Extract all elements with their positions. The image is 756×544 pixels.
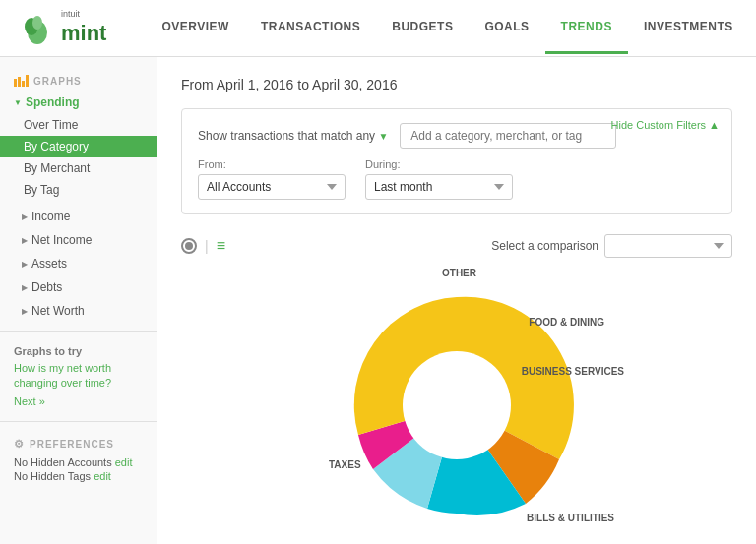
filter-match-label: Show transactions that match any ▼ bbox=[198, 129, 388, 143]
from-filter-group: From: All Accounts bbox=[198, 158, 346, 200]
sidebar-item-debts[interactable]: ▶ Debts bbox=[0, 275, 157, 299]
chart-separator: | bbox=[205, 238, 209, 254]
spending-arrow-icon: ▼ bbox=[14, 98, 22, 107]
comparison-select[interactable] bbox=[604, 234, 732, 258]
gear-icon: ⚙ bbox=[14, 438, 25, 451]
hidden-tags-edit-link[interactable]: edit bbox=[94, 470, 111, 482]
table-view-icon[interactable]: ≡ bbox=[217, 237, 225, 255]
sidebar-item-assets[interactable]: ▶ Assets bbox=[0, 252, 157, 275]
filter-bar: Hide Custom Filters ▲ Show transactions … bbox=[181, 108, 732, 214]
donut-chart: TAXES BILLS & UTILITIES BUSINESS SERVICE… bbox=[299, 268, 614, 543]
chart-type-buttons: | ≡ bbox=[181, 237, 225, 255]
logo-text-group: intuit mint bbox=[61, 10, 106, 46]
sidebar-item-net-income[interactable]: ▶ Net Income bbox=[0, 228, 157, 252]
during-select[interactable]: Last month bbox=[365, 174, 513, 200]
debts-arrow-icon: ▶ bbox=[22, 283, 28, 292]
sidebar: GRAPHS ▼ Spending Over Time By Category … bbox=[0, 57, 158, 544]
comparison-select-wrap: Select a comparison bbox=[491, 234, 732, 258]
donut-chart-container: TAXES BILLS & UTILITIES BUSINESS SERVICE… bbox=[181, 268, 732, 543]
from-select[interactable]: All Accounts bbox=[198, 174, 346, 200]
other-label: OTHER bbox=[442, 268, 476, 278]
sidebar-item-net-worth[interactable]: ▶ Net Worth bbox=[0, 299, 157, 323]
preferences-title: ⚙ PREFERENCES bbox=[14, 438, 143, 451]
graphs-to-try-link[interactable]: How is my net worth changing over time? bbox=[14, 361, 143, 392]
sidebar-item-by-category[interactable]: By Category bbox=[0, 136, 157, 157]
sidebar-item-by-tag[interactable]: By Tag bbox=[0, 179, 157, 201]
hidden-accounts-edit-link[interactable]: edit bbox=[115, 456, 133, 468]
chart-controls: | ≡ Select a comparison bbox=[181, 234, 732, 258]
spending-header[interactable]: ▼ Spending bbox=[0, 91, 157, 114]
donut-svg bbox=[299, 268, 614, 543]
main-nav: OVERVIEW TRANSACTIONS BUDGETS GOALS TREN… bbox=[146, 2, 756, 54]
graphs-to-try-next[interactable]: Next » bbox=[14, 395, 143, 407]
match-dropdown-arrow-icon: ▼ bbox=[378, 131, 388, 142]
assets-arrow-icon: ▶ bbox=[22, 260, 28, 269]
main-content: From April 1, 2016 to April 30, 2016 Hid… bbox=[158, 57, 756, 544]
net-income-arrow-icon: ▶ bbox=[22, 236, 28, 245]
preferences-section: ⚙ PREFERENCES No Hidden Accounts edit No… bbox=[0, 430, 157, 492]
nav-goals[interactable]: GOALS bbox=[469, 2, 544, 54]
sidebar-divider-2 bbox=[0, 421, 157, 422]
app-header: intuit mint OVERVIEW TRANSACTIONS BUDGET… bbox=[0, 0, 756, 57]
logo-link[interactable]: intuit mint bbox=[20, 10, 106, 46]
hidden-accounts-pref: No Hidden Accounts edit bbox=[14, 456, 143, 468]
mint-label: mint bbox=[61, 21, 106, 45]
comparison-label: Select a comparison bbox=[491, 239, 598, 253]
during-filter-group: During: Last month bbox=[365, 158, 513, 200]
sidebar-divider-1 bbox=[0, 331, 157, 332]
business-services-label: BUSINESS SERVICES bbox=[522, 366, 624, 377]
nav-trends[interactable]: TRENDS bbox=[545, 2, 628, 54]
bills-utilities-label: BILLS & UTILITIES bbox=[527, 513, 614, 523]
taxes-label: TAXES bbox=[329, 459, 361, 470]
sidebar-item-over-time[interactable]: Over Time bbox=[0, 114, 157, 136]
svg-point-2 bbox=[32, 16, 42, 30]
graphs-to-try-section: Graphs to try How is my net worth changi… bbox=[0, 339, 157, 413]
graphs-bar-icon bbox=[14, 75, 29, 87]
income-arrow-icon: ▶ bbox=[22, 212, 28, 221]
graphs-to-try-title: Graphs to try bbox=[14, 345, 143, 357]
net-worth-arrow-icon: ▶ bbox=[22, 307, 28, 316]
graphs-section-title: GRAPHS bbox=[0, 69, 157, 91]
donut-hole bbox=[403, 351, 511, 459]
from-label: From: bbox=[198, 158, 346, 170]
hidden-tags-pref: No Hidden Tags edit bbox=[14, 470, 143, 482]
nav-investments[interactable]: INVESTMENTS bbox=[628, 2, 749, 54]
filter-category-input[interactable] bbox=[400, 123, 616, 149]
date-range-label: From April 1, 2016 to April 30, 2016 bbox=[181, 77, 732, 92]
nav-ways-to-save[interactable]: WAYS TO SAVE bbox=[749, 2, 756, 54]
during-label: During: bbox=[365, 158, 513, 170]
donut-chart-btn[interactable] bbox=[181, 238, 197, 254]
nav-budgets[interactable]: BUDGETS bbox=[376, 2, 469, 54]
hide-filters-arrow-icon: ▲ bbox=[709, 119, 720, 131]
sidebar-item-by-merchant[interactable]: By Merchant bbox=[0, 157, 157, 179]
sidebar-item-income[interactable]: ▶ Income bbox=[0, 205, 157, 228]
filter-row-2: From: All Accounts During: Last month bbox=[198, 158, 716, 200]
nav-transactions[interactable]: TRANSACTIONS bbox=[245, 2, 376, 54]
app-layout: GRAPHS ▼ Spending Over Time By Category … bbox=[0, 57, 756, 544]
hide-custom-filters-btn[interactable]: Hide Custom Filters ▲ bbox=[611, 119, 720, 131]
nav-overview[interactable]: OVERVIEW bbox=[146, 2, 244, 54]
food-dining-label: FOOD & DINING bbox=[529, 317, 604, 328]
mint-logo-icon bbox=[20, 11, 55, 46]
spending-group: ▼ Spending Over Time By Category By Merc… bbox=[0, 91, 157, 201]
intuit-label: intuit bbox=[61, 10, 106, 19]
